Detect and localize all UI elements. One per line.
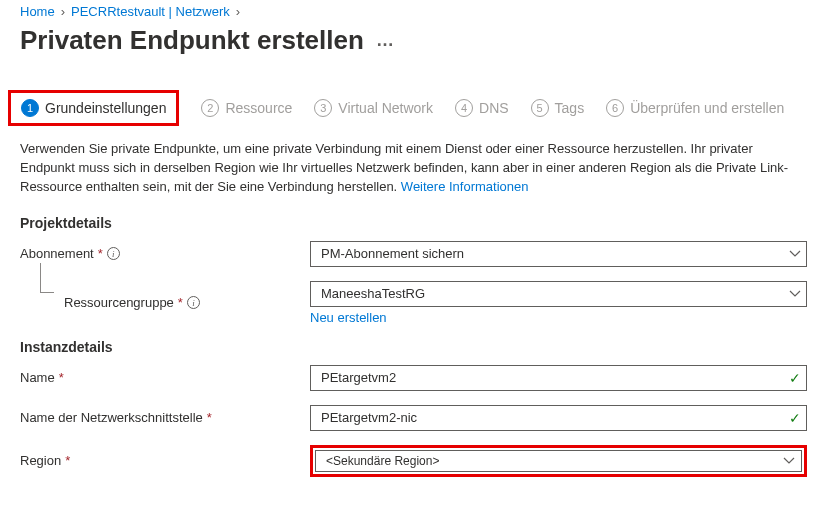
step-basics[interactable]: 1 Grundeinstellungen [21, 99, 166, 117]
step-number-icon: 4 [455, 99, 473, 117]
row-name: Name * PEtargetvm2 ✓ [20, 365, 807, 391]
label-text: Abonnement [20, 246, 94, 261]
label-text: Name der Netzwerkschnittstelle [20, 410, 203, 425]
nic-name-input[interactable]: PEtargetvm2-nic ✓ [310, 405, 807, 431]
input-value: PEtargetvm2-nic [321, 410, 417, 425]
step-vnet[interactable]: 3 Virtual Network [314, 99, 433, 117]
step-review[interactable]: 6 Überprüfen und erstellen [606, 99, 784, 117]
step-dns[interactable]: 4 DNS [455, 99, 509, 117]
region-select[interactable]: <Sekundäre Region> [315, 450, 802, 472]
name-input[interactable]: PEtargetvm2 ✓ [310, 365, 807, 391]
step-number-icon: 1 [21, 99, 39, 117]
indent-line [40, 263, 54, 293]
info-icon[interactable]: i [107, 247, 120, 260]
wizard-steps: 1 Grundeinstellungen 2 Ressource 3 Virtu… [20, 90, 807, 126]
more-menu[interactable]: … [376, 30, 395, 51]
required-indicator: * [207, 410, 212, 425]
input-value: PEtargetvm2 [321, 370, 396, 385]
step-number-icon: 6 [606, 99, 624, 117]
chevron-down-icon [783, 455, 795, 467]
breadcrumb-home[interactable]: Home [20, 4, 55, 19]
row-subscription: Abonnement * i PM-Abonnement sichern [20, 241, 807, 267]
required-indicator: * [59, 370, 64, 385]
row-region: Region * <Sekundäre Region> [20, 445, 807, 477]
select-value: PM-Abonnement sichern [321, 246, 464, 261]
step-label: Ressource [225, 100, 292, 116]
label-resource-group: Ressourcengruppe * i [20, 295, 310, 310]
label-name: Name * [20, 370, 310, 385]
select-value: <Sekundäre Region> [326, 454, 439, 468]
row-resource-group: Ressourcengruppe * i ManeeshaTestRG Neu … [20, 281, 807, 325]
breadcrumb: Home › PECRRtestvault | Netzwerk › [20, 0, 807, 19]
section-project-details: Projektdetails [20, 215, 807, 231]
section-instance-details: Instanzdetails [20, 339, 807, 355]
subscription-select[interactable]: PM-Abonnement sichern [310, 241, 807, 267]
required-indicator: * [65, 453, 70, 468]
label-text: Region [20, 453, 61, 468]
step-number-icon: 5 [531, 99, 549, 117]
breadcrumb-sep: › [61, 4, 65, 19]
create-new-link[interactable]: Neu erstellen [310, 310, 387, 325]
step-basics-highlight: 1 Grundeinstellungen [8, 90, 179, 126]
info-icon[interactable]: i [187, 296, 200, 309]
step-label: Überprüfen und erstellen [630, 100, 784, 116]
step-label: Virtual Network [338, 100, 433, 116]
resource-group-select[interactable]: ManeeshaTestRG [310, 281, 807, 307]
breadcrumb-sep: › [236, 4, 240, 19]
label-nic-name: Name der Netzwerkschnittstelle * [20, 410, 310, 425]
learn-more-link[interactable]: Weitere Informationen [401, 179, 529, 194]
label-subscription: Abonnement * i [20, 246, 310, 261]
step-tags[interactable]: 5 Tags [531, 99, 585, 117]
label-region: Region * [20, 453, 310, 468]
page-title-row: Privaten Endpunkt erstellen … [20, 25, 807, 56]
step-label: DNS [479, 100, 509, 116]
description: Verwenden Sie private Endpunkte, um eine… [20, 140, 807, 197]
step-label: Tags [555, 100, 585, 116]
label-text: Name [20, 370, 55, 385]
label-text: Ressourcengruppe [64, 295, 174, 310]
step-resource[interactable]: 2 Ressource [201, 99, 292, 117]
required-indicator: * [98, 246, 103, 261]
step-label: Grundeinstellungen [45, 100, 166, 116]
step-number-icon: 2 [201, 99, 219, 117]
required-indicator: * [178, 295, 183, 310]
step-number-icon: 3 [314, 99, 332, 117]
select-value: ManeeshaTestRG [321, 286, 425, 301]
region-highlight: <Sekundäre Region> [310, 445, 807, 477]
breadcrumb-vault[interactable]: PECRRtestvault | Netzwerk [71, 4, 230, 19]
row-nic-name: Name der Netzwerkschnittstelle * PEtarge… [20, 405, 807, 431]
page-title: Privaten Endpunkt erstellen [20, 25, 364, 56]
